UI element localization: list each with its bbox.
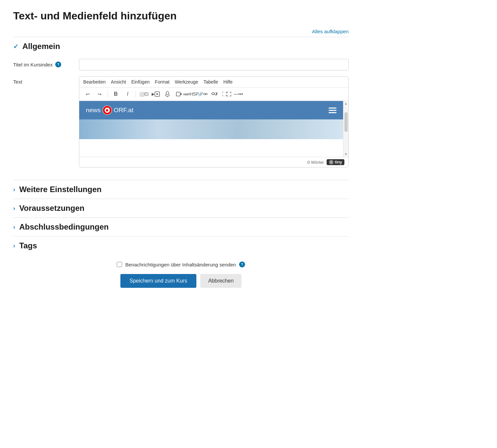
titel-label: Titel im Kursindex ? [13, 59, 79, 67]
section-allgemein: ✓ Allgemein Titel im Kursindex ? Text B [13, 37, 349, 180]
titel-input[interactable] [79, 59, 349, 70]
notification-help-icon[interactable]: ? [239, 261, 245, 267]
insert-h5p-button[interactable]: H5P [186, 89, 196, 99]
orf-news-text: news [86, 107, 101, 114]
tiny-logo: t tiny [327, 159, 344, 165]
bold-button[interactable]: B [111, 89, 120, 99]
undo-button[interactable] [83, 89, 92, 99]
menu-bearbeiten[interactable]: Bearbeiten [83, 79, 106, 85]
remove-link-button[interactable] [210, 89, 219, 99]
section-abschlussbedingungen-header[interactable]: › Abschlussbedingungen [13, 218, 349, 236]
menu-werkzeuge[interactable]: Werkzeuge [175, 79, 198, 85]
save-button[interactable]: Speichern und zum Kurs [120, 274, 196, 288]
svg-point-1 [145, 93, 146, 94]
tiny-logo-circle: t [329, 160, 334, 164]
chevron-right-icon-2: › [13, 205, 15, 212]
section-weitere-einstellungen-header[interactable]: › Weitere Einstellungen [13, 180, 349, 199]
section-voraussetzungen: › Voraussetzungen [13, 199, 349, 217]
insert-video-button[interactable] [175, 89, 184, 99]
section-voraussetzungen-title: Voraussetzungen [19, 204, 84, 213]
editor-content[interactable]: news ORF.at [79, 101, 348, 157]
titel-help-icon[interactable]: ? [55, 62, 61, 67]
word-count: 0 Wörter [308, 160, 324, 165]
section-allgemein-header[interactable]: ✓ Allgemein [13, 37, 349, 56]
editor-wrapper: Bearbeiten Ansicht Einfügen Format Werkz… [79, 76, 349, 167]
chevron-right-icon-3: › [13, 223, 15, 231]
scrollbar-down-arrow[interactable]: ▼ [343, 152, 348, 157]
notification-checkbox[interactable] [117, 262, 122, 267]
section-tags: › Tags [13, 236, 349, 255]
toolbar-separator-2 [136, 91, 136, 97]
orf-domain-text: ORF.at [114, 107, 134, 114]
section-tags-header[interactable]: › Tags [13, 236, 349, 255]
section-allgemein-title: Allgemein [22, 42, 60, 51]
insert-audio-button[interactable] [163, 89, 172, 99]
orf-preview: news ORF.at [79, 101, 343, 119]
section-abschlussbedingungen: › Abschlussbedingungen [13, 217, 349, 236]
editor-scrollbar[interactable]: ▲ ▼ [343, 101, 348, 157]
orf-hamburger-icon [329, 108, 336, 113]
scrollbar-up-arrow[interactable]: ▲ [343, 101, 348, 106]
titel-row: Titel im Kursindex ? [13, 59, 349, 70]
svg-marker-7 [181, 93, 182, 95]
expand-all-link[interactable]: Alles aufklappen [312, 29, 349, 34]
section-tags-title: Tags [19, 241, 37, 250]
orf-target-icon [103, 106, 112, 115]
titel-field [79, 59, 349, 70]
redo-button[interactable] [95, 89, 104, 99]
orf-image-strip [79, 119, 343, 139]
italic-button[interactable]: I [123, 89, 132, 99]
button-row: Speichern und zum Kurs Abbrechen [13, 274, 349, 294]
insert-image-button[interactable] [139, 89, 148, 99]
insert-media-button[interactable] [151, 89, 160, 99]
menu-ansicht[interactable]: Ansicht [111, 79, 126, 85]
section-weitere-einstellungen-title: Weitere Einstellungen [19, 185, 101, 194]
menu-einfuegen[interactable]: Einfügen [131, 79, 150, 85]
section-voraussetzungen-header[interactable]: › Voraussetzungen [13, 199, 349, 217]
more-button[interactable]: ••• [234, 89, 243, 99]
editor-footer: 0 Wörter t tiny [79, 157, 348, 167]
chevron-right-icon-4: › [13, 242, 15, 249]
editor-menubar: Bearbeiten Ansicht Einfügen Format Werkz… [79, 77, 348, 87]
chevron-right-icon: › [13, 186, 15, 193]
section-weitere-einstellungen: › Weitere Einstellungen [13, 180, 349, 199]
section-abschlussbedingungen-title: Abschlussbedingungen [19, 222, 109, 232]
chevron-down-icon: ✓ [13, 43, 18, 50]
cancel-button[interactable]: Abbrechen [200, 274, 241, 288]
notification-label: Benachrichtigungen über Inhaltsänderung … [125, 262, 236, 267]
insert-link-button[interactable] [198, 89, 208, 99]
orf-image-content [79, 119, 343, 139]
menu-format[interactable]: Format [155, 79, 170, 85]
menu-tabelle[interactable]: Tabelle [203, 79, 218, 85]
menu-hilfe[interactable]: Hilfe [223, 79, 233, 85]
text-editor-field: Bearbeiten Ansicht Einfügen Format Werkz… [79, 76, 349, 167]
text-label: Text [13, 76, 79, 85]
scrollbar-thumb[interactable] [344, 112, 348, 132]
svg-point-4 [166, 91, 169, 95]
orf-logo: news ORF.at [86, 106, 134, 115]
svg-marker-3 [157, 93, 159, 95]
editor-toolbar: B I [79, 87, 348, 101]
notification-row: Benachrichtigungen über Inhaltsänderung … [13, 261, 349, 267]
svg-rect-6 [176, 92, 180, 96]
section-allgemein-content: Titel im Kursindex ? Text Bearbeiten Ans… [13, 56, 349, 180]
toolbar-separator-1 [108, 91, 108, 97]
page-title: Text- und Medienfeld hinzufügen [13, 10, 349, 22]
text-row: Text Bearbeiten Ansicht Einfügen Format … [13, 76, 349, 167]
fullscreen-button[interactable] [222, 89, 231, 99]
